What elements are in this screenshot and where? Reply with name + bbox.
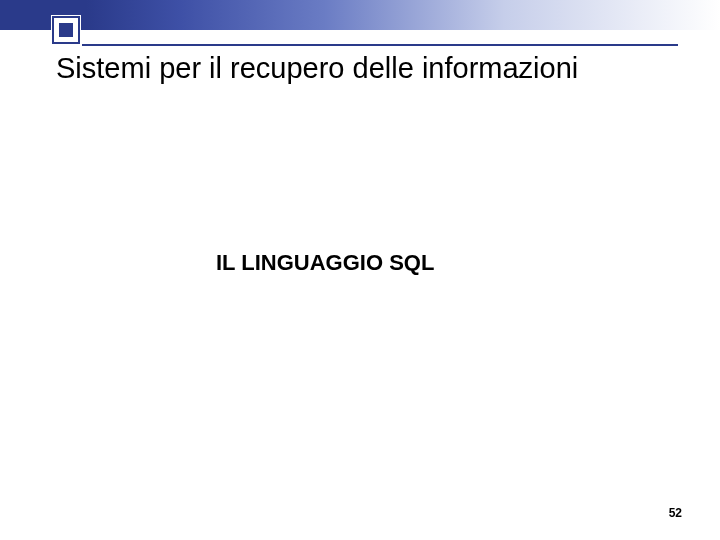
page-number: 52: [669, 506, 682, 520]
slide-subtitle: IL LINGUAGGIO SQL: [216, 250, 434, 276]
slide-title: Sistemi per il recupero delle informazio…: [56, 52, 578, 85]
slide: Sistemi per il recupero delle informazio…: [0, 0, 720, 540]
bullet-square-inner: [59, 23, 73, 37]
bullet-square-icon: [52, 16, 80, 44]
header-bar: [0, 0, 720, 30]
title-underline: [82, 44, 678, 46]
